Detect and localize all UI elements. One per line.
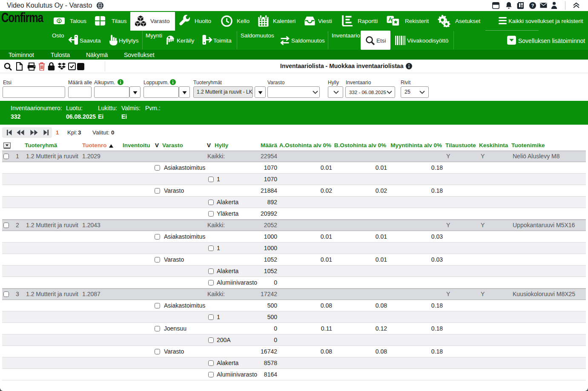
svg-text:?: ? bbox=[531, 3, 534, 8]
svg-text:1: 1 bbox=[58, 19, 60, 23]
